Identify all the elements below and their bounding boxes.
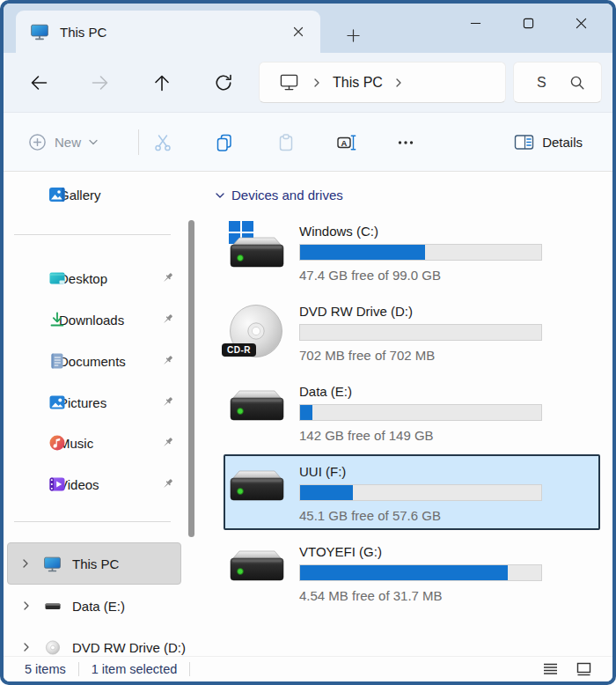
- search-input[interactable]: S: [537, 75, 546, 91]
- chevron-right-icon[interactable]: [20, 558, 31, 569]
- this-pc-monitor-icon: [30, 22, 49, 41]
- videos-icon: [48, 475, 66, 493]
- sidebar-item-music[interactable]: Music: [9, 427, 194, 459]
- drive-name: Windows (C:): [299, 223, 600, 239]
- selected-count: 1 item selected: [92, 662, 178, 676]
- chevron-right-icon[interactable]: [21, 600, 32, 611]
- address-monitor-icon: [279, 73, 299, 92]
- large-icons-view-icon[interactable]: [574, 659, 593, 679]
- free-space-text: 142 GB free of 149 GB: [299, 427, 600, 444]
- statusbar-divider: [78, 662, 79, 676]
- sidebar-item-documents[interactable]: Documents: [9, 345, 194, 377]
- sidebar-item-label: Desktop: [59, 271, 107, 286]
- capacity-bar: [299, 244, 542, 261]
- hdd-icon: [227, 383, 290, 429]
- free-space-text: 4.54 MB free of 31.7 MB: [299, 587, 600, 604]
- drive-item-uui-f[interactable]: UUI (F:) 45.1 GB free of 57.6 GB: [227, 463, 600, 534]
- free-space-text: 45.1 GB free of 57.6 GB: [299, 507, 600, 524]
- free-space-text: 702 MB free of 702 MB: [299, 347, 600, 364]
- sidebar-item-label: This PC: [72, 556, 119, 571]
- details-view-icon[interactable]: [540, 659, 560, 679]
- downloads-icon: [48, 311, 66, 328]
- back-icon[interactable]: [19, 64, 58, 101]
- free-space-text: 47.4 GB free of 99.0 GB: [299, 267, 600, 284]
- address-bar[interactable]: This PC: [259, 62, 506, 103]
- rename-icon[interactable]: A: [327, 124, 364, 161]
- more-options-icon[interactable]: [387, 124, 424, 161]
- sidebar-item-label: DVD RW Drive (D:): [72, 640, 186, 655]
- svg-text:A: A: [341, 138, 347, 148]
- sidebar-divider: [14, 234, 171, 235]
- disc-small-icon: [44, 638, 62, 656]
- music-icon: [48, 434, 66, 452]
- new-button-label: New: [55, 135, 81, 150]
- drive-name: Data (E:): [299, 383, 600, 400]
- pin-icon: [162, 272, 174, 284]
- new-tab-button[interactable]: [340, 22, 366, 48]
- group-header-label: Devices and drives: [231, 188, 343, 203]
- pin-icon: [162, 355, 174, 367]
- statusbar-divider: [189, 662, 190, 676]
- hdd-small-icon: [44, 597, 62, 615]
- status-bar: 5 items 1 item selected: [4, 656, 612, 681]
- sidebar-item-pictures[interactable]: Pictures: [9, 387, 194, 418]
- pin-icon: [162, 396, 174, 409]
- sidebar-item-label: Data (E:): [72, 599, 125, 614]
- sidebar-item-desktop[interactable]: Desktop: [9, 262, 194, 294]
- sidebar-item-downloads[interactable]: Downloads: [9, 304, 194, 335]
- tab-this-pc[interactable]: This PC: [16, 11, 320, 53]
- optical-disc-icon: CD-R: [227, 304, 290, 360]
- refresh-icon[interactable]: [204, 64, 243, 101]
- chevron-down-icon: [89, 139, 98, 145]
- tab-close-icon[interactable]: [287, 20, 310, 43]
- capacity-bar: [299, 324, 542, 341]
- search-box[interactable]: S: [513, 62, 602, 103]
- sidebar-item-dvd-drive[interactable]: DVD RW Drive (D:): [9, 631, 194, 656]
- maximize-button[interactable]: [502, 5, 554, 41]
- group-header-devices-and-drives[interactable]: Devices and drives: [215, 188, 343, 203]
- capacity-bar: [299, 404, 542, 421]
- drive-item-data-e[interactable]: Data (E:) 142 GB free of 149 GB: [227, 383, 600, 453]
- sidebar-item-videos[interactable]: Videos: [9, 468, 194, 500]
- copy-icon[interactable]: [206, 124, 243, 161]
- cd-r-badge: CD-R: [222, 343, 256, 357]
- breadcrumb-chevron-icon[interactable]: [312, 77, 322, 88]
- hdd-icon: [227, 543, 290, 589]
- search-icon[interactable]: [569, 75, 585, 91]
- drive-name: DVD RW Drive (D:): [299, 303, 600, 320]
- navigation-bar: This PC S: [4, 53, 612, 113]
- sidebar-item-label: Pictures: [59, 395, 106, 410]
- forward-icon[interactable]: [81, 64, 120, 101]
- pin-icon: [162, 437, 174, 449]
- gallery-icon: [48, 186, 66, 203]
- details-pane-icon: [514, 133, 534, 151]
- details-button[interactable]: Details: [509, 126, 588, 158]
- drive-item-vtoyefi-g[interactable]: VTOYEFI (G:) 4.54 MB free of 31.7 MB: [227, 543, 600, 614]
- drive-item-dvd-d[interactable]: CD-R DVD RW Drive (D:) 702 MB free of 70…: [227, 303, 600, 373]
- window-controls: [449, 5, 607, 41]
- sidebar-item-this-pc[interactable]: This PC: [7, 542, 181, 585]
- sidebar-item-data-e[interactable]: Data (E:): [9, 590, 194, 622]
- tab-title: This PC: [60, 25, 106, 40]
- capacity-bar: [299, 484, 542, 501]
- close-button[interactable]: [554, 5, 607, 41]
- sidebar-item-gallery[interactable]: Gallery: [9, 179, 194, 210]
- new-button[interactable]: New: [23, 126, 103, 158]
- desktop-icon: [48, 269, 66, 287]
- command-bar: New: [4, 113, 612, 172]
- sidebar-scrollbar[interactable]: [188, 220, 194, 537]
- items-view: Devices and drives Windows (C:) 47.4 GB …: [202, 172, 612, 656]
- file-explorer-window: This PC: [0, 0, 616, 685]
- titlebar: This PC: [4, 4, 612, 53]
- breadcrumb[interactable]: This PC: [333, 75, 383, 91]
- hdd-icon: [227, 463, 290, 509]
- breadcrumb-chevron-icon[interactable]: [393, 77, 404, 88]
- paste-icon[interactable]: [268, 124, 304, 161]
- toolbar-divider: [138, 129, 139, 155]
- cut-icon[interactable]: [144, 124, 181, 161]
- up-icon[interactable]: [143, 64, 181, 101]
- drive-item-windows-c[interactable]: Windows (C:) 47.4 GB free of 99.0 GB: [227, 223, 600, 293]
- minimize-button[interactable]: [449, 5, 502, 41]
- chevron-right-icon[interactable]: [21, 642, 32, 652]
- sidebar-item-label: Documents: [59, 354, 126, 369]
